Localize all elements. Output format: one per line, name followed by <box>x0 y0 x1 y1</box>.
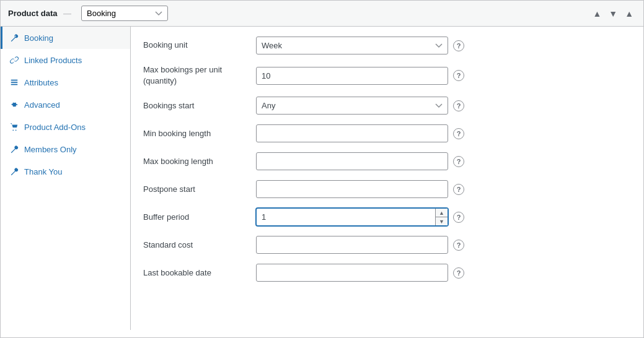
bookings-start-row: Bookings start Any Start of week Start o… <box>143 97 631 115</box>
max-booking-length-control: ? <box>256 152 631 170</box>
number-spinners: ▲ ▼ <box>435 209 448 225</box>
booking-unit-select[interactable]: Week Day Hour Minute <box>256 37 448 54</box>
last-bookable-date-row: Last bookable date ? <box>143 264 631 282</box>
postpone-start-input[interactable] <box>256 180 448 198</box>
standard-cost-help[interactable]: ? <box>453 240 464 251</box>
panel-header: Product data — Booking Simple product Va… <box>1 1 643 27</box>
booking-unit-control: Week Day Hour Minute ? <box>256 37 631 54</box>
svg-rect-2 <box>11 84 18 85</box>
postpone-start-help[interactable]: ? <box>453 184 464 195</box>
standard-cost-control: ? <box>256 236 631 254</box>
max-bookings-input[interactable] <box>256 67 448 85</box>
spinner-down-button[interactable]: ▼ <box>436 217 448 225</box>
standard-cost-label: Standard cost <box>143 240 249 251</box>
spinner-up-button[interactable]: ▲ <box>436 209 448 217</box>
max-bookings-row: Max bookings per unit (quantity) ? <box>143 64 631 87</box>
bookings-start-help[interactable]: ? <box>453 100 464 111</box>
bookings-start-label: Bookings start <box>143 100 249 111</box>
bookings-start-select[interactable]: Any Start of week Start of month <box>256 97 448 115</box>
collapse-down-button[interactable]: ▼ <box>606 8 620 19</box>
max-booking-length-label: Max booking length <box>143 156 249 167</box>
max-bookings-control: ? <box>256 67 631 85</box>
max-booking-length-input[interactable] <box>256 152 448 170</box>
buffer-period-help[interactable]: ? <box>453 212 464 223</box>
booking-unit-help[interactable]: ? <box>453 40 464 51</box>
bookings-start-control: Any Start of week Start of month ? <box>256 97 631 115</box>
buffer-period-row: Buffer period ▲ ▼ ? <box>143 208 631 226</box>
postpone-start-control: ? <box>256 180 631 198</box>
max-booking-length-help[interactable]: ? <box>453 156 464 167</box>
panel-header-left: Product data — Booking Simple product Va… <box>8 6 168 21</box>
sidebar-item-booking-label: Booking <box>24 33 53 43</box>
sidebar-item-advanced-label: Advanced <box>24 100 60 110</box>
sidebar-item-members-only[interactable]: Members Only <box>1 138 130 160</box>
thank-you-icon <box>9 167 19 176</box>
sidebar-item-members-only-label: Members Only <box>24 145 77 154</box>
max-bookings-label: Max bookings per unit (quantity) <box>143 64 249 87</box>
wrench-icon <box>9 33 19 43</box>
min-booking-length-input[interactable] <box>256 124 448 142</box>
collapse-up-button[interactable]: ▲ <box>590 8 604 19</box>
panel-body: Booking Linked Products Attributes <box>1 27 643 330</box>
booking-unit-row: Booking unit Week Day Hour Minute ? <box>143 37 631 54</box>
svg-rect-0 <box>11 80 18 81</box>
sidebar-item-linked-products[interactable]: Linked Products <box>1 49 130 71</box>
last-bookable-date-label: Last bookable date <box>143 267 249 279</box>
min-booking-length-label: Min booking length <box>143 128 249 139</box>
standard-cost-row: Standard cost ? <box>143 236 631 254</box>
buffer-period-input[interactable] <box>256 208 448 226</box>
last-bookable-date-input[interactable] <box>256 264 448 282</box>
sidebar-item-linked-products-label: Linked Products <box>24 56 82 65</box>
sidebar-item-product-add-ons[interactable]: Product Add-Ons <box>1 116 130 138</box>
product-data-panel: Product data — Booking Simple product Va… <box>0 0 644 338</box>
sidebar-item-attributes-label: Attributes <box>24 78 58 87</box>
min-booking-length-row: Min booking length ? <box>143 124 631 142</box>
last-bookable-date-control: ? <box>256 264 631 282</box>
panel-title: Product data — <box>8 9 75 18</box>
sidebar-item-thank-you[interactable]: Thank You <box>1 160 130 183</box>
booking-unit-label: Booking unit <box>143 40 249 51</box>
sidebar-item-attributes[interactable]: Attributes <box>1 71 130 93</box>
main-content: Booking unit Week Day Hour Minute ? Max … <box>131 27 643 330</box>
postpone-start-row: Postpone start ? <box>143 180 631 198</box>
sidebar-item-product-add-ons-label: Product Add-Ons <box>24 123 86 132</box>
expand-button[interactable]: ▲ <box>622 8 636 19</box>
sidebar: Booking Linked Products Attributes <box>1 27 131 330</box>
gear-icon <box>9 100 19 110</box>
product-type-select[interactable]: Booking Simple product Variable product … <box>81 6 168 21</box>
last-bookable-date-help[interactable]: ? <box>453 267 464 279</box>
cart-icon <box>9 122 19 132</box>
buffer-period-control: ▲ ▼ ? <box>256 208 631 226</box>
sidebar-item-advanced[interactable]: Advanced <box>1 93 130 116</box>
panel-header-actions: ▲ ▼ ▲ <box>590 8 636 19</box>
standard-cost-input[interactable] <box>256 236 448 254</box>
postpone-start-label: Postpone start <box>143 184 249 195</box>
sidebar-item-booking[interactable]: Booking <box>1 27 130 49</box>
min-booking-length-help[interactable]: ? <box>453 128 464 139</box>
buffer-period-number-wrap: ▲ ▼ <box>256 208 448 226</box>
buffer-period-label: Buffer period <box>143 212 249 223</box>
min-booking-length-control: ? <box>256 124 631 142</box>
list-icon <box>9 77 19 87</box>
max-bookings-help[interactable]: ? <box>453 70 464 81</box>
max-booking-length-row: Max booking length ? <box>143 152 631 170</box>
members-icon <box>9 144 19 154</box>
link-icon <box>9 55 19 65</box>
svg-rect-1 <box>11 82 18 83</box>
sidebar-item-thank-you-label: Thank You <box>24 167 62 176</box>
